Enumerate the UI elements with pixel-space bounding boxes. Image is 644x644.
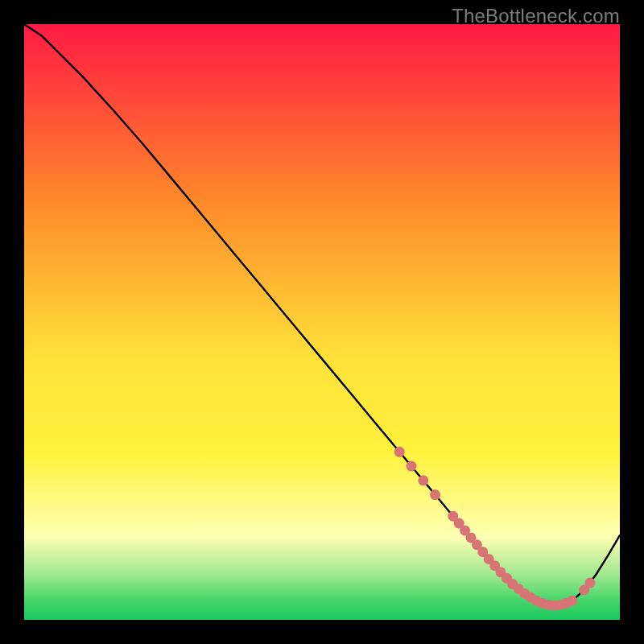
- highlight-marker: [407, 461, 417, 472]
- highlight-marker: [418, 475, 428, 485]
- gradient-background: [24, 24, 620, 620]
- highlight-marker: [430, 489, 440, 500]
- highlight-marker: [585, 578, 596, 588]
- highlight-marker: [394, 447, 405, 457]
- chart-frame: [24, 24, 620, 620]
- attribution-text: TheBottleneck.com: [452, 5, 620, 27]
- chart-svg: [24, 24, 620, 620]
- highlight-marker: [567, 596, 577, 606]
